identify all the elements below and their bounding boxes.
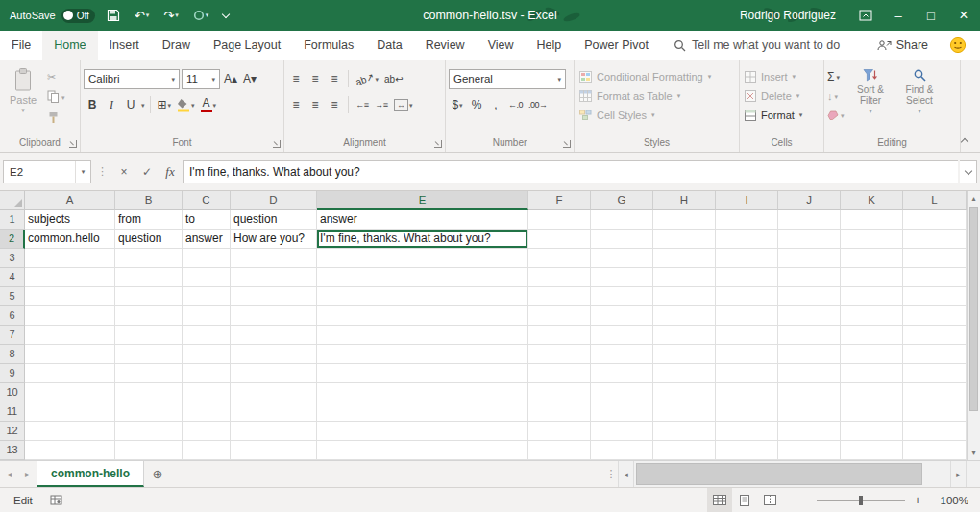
cell-G5[interactable] (591, 287, 653, 306)
cell-B7[interactable] (115, 326, 183, 345)
cell-C13[interactable] (183, 441, 231, 460)
cell-F5[interactable] (528, 287, 591, 306)
tab-data[interactable]: Data (365, 31, 413, 60)
cell-J1[interactable] (778, 210, 841, 230)
cell-C10[interactable] (183, 383, 231, 402)
cell-L5[interactable] (903, 287, 967, 306)
customize-quick-access-button[interactable] (220, 4, 232, 27)
autosave-toggle[interactable]: AutoSave Off (10, 9, 95, 23)
cell-B8[interactable] (115, 345, 183, 364)
row-header-7[interactable]: 7 (0, 326, 25, 345)
row-header-11[interactable]: 11 (0, 402, 25, 422)
cell-D8[interactable] (231, 345, 317, 364)
cell-K8[interactable] (841, 345, 903, 364)
cell-G1[interactable] (591, 210, 653, 230)
cell-C3[interactable] (183, 249, 231, 268)
cell-H6[interactable] (653, 306, 716, 326)
cell-B11[interactable] (115, 402, 183, 422)
cell-G2[interactable] (591, 230, 653, 249)
row-header-10[interactable]: 10 (0, 383, 25, 402)
cell-I6[interactable] (716, 306, 778, 326)
decrease-decimal-button[interactable]: .00→ (527, 95, 550, 115)
formula-input[interactable]: I'm fine, thanks. What about you? (183, 160, 958, 183)
tab-page-layout[interactable]: Page Layout (202, 31, 292, 60)
cell-H11[interactable] (653, 402, 716, 422)
tab-draw[interactable]: Draw (151, 31, 202, 60)
cell-K11[interactable] (841, 402, 903, 422)
cell-D13[interactable] (231, 441, 317, 460)
cell-K10[interactable] (841, 383, 903, 402)
wrap-text-button[interactable]: ab↩ (382, 69, 405, 89)
fill-button[interactable]: ↓▾ (827, 87, 845, 105)
cell-G12[interactable] (591, 422, 653, 441)
column-header-A[interactable]: A (25, 191, 115, 210)
alignment-dialog-launcher[interactable] (434, 140, 442, 148)
underline-button[interactable]: U (122, 95, 139, 115)
column-header-H[interactable]: H (653, 191, 716, 210)
page-layout-view-button[interactable] (732, 488, 757, 512)
cell-K5[interactable] (841, 287, 903, 306)
cell-E10[interactable] (317, 383, 528, 402)
expand-formula-bar-button[interactable] (960, 160, 977, 183)
cell-K12[interactable] (841, 422, 903, 441)
cell-L11[interactable] (903, 402, 967, 422)
cell-F6[interactable] (528, 306, 591, 326)
cell-F1[interactable] (528, 210, 591, 230)
shrink-font-button[interactable]: A▾ (241, 69, 258, 89)
touch-mode-button[interactable]: ▾ (190, 4, 212, 27)
zoom-in-button[interactable]: + (911, 493, 924, 507)
orientation-button[interactable]: ab↗▾ (354, 69, 380, 89)
borders-button[interactable]: ⊞▾ (156, 95, 174, 115)
collapse-ribbon-button[interactable] (957, 134, 972, 147)
cell-I11[interactable] (716, 402, 778, 422)
cell-J11[interactable] (778, 402, 841, 422)
align-bottom-button[interactable]: ≡ (326, 69, 343, 89)
cell-C9[interactable] (183, 364, 231, 383)
column-header-K[interactable]: K (841, 191, 903, 210)
cell-L6[interactable] (903, 306, 967, 326)
font-name-select[interactable]: Calibri ▾ (84, 69, 180, 89)
tab-help[interactable]: Help (526, 31, 574, 60)
cell-A4[interactable] (25, 268, 115, 287)
enter-button[interactable]: ✓ (136, 160, 158, 183)
cell-J12[interactable] (778, 422, 841, 441)
horizontal-scrollbar[interactable] (633, 461, 950, 487)
name-box-dropdown[interactable]: ▾ (75, 161, 90, 183)
cell-B1[interactable]: from (115, 210, 183, 230)
cell-I10[interactable] (716, 383, 778, 402)
cell-C6[interactable] (183, 306, 231, 326)
cell-L7[interactable] (903, 326, 967, 345)
cell-I3[interactable] (716, 249, 778, 268)
delete-cells-button[interactable]: Delete ▾ (743, 86, 821, 105)
number-dialog-launcher[interactable] (563, 140, 571, 148)
cell-H5[interactable] (653, 287, 716, 306)
insert-cells-button[interactable]: Insert ▾ (743, 67, 821, 85)
format-as-table-button[interactable]: Format as Table ▾ (577, 86, 736, 105)
cell-J9[interactable] (778, 364, 841, 383)
cell-J3[interactable] (778, 249, 841, 268)
cell-I9[interactable] (716, 364, 778, 383)
cell-H8[interactable] (653, 345, 716, 364)
cell-L2[interactable] (903, 230, 967, 249)
merge-center-button[interactable]: ↔▾ (392, 95, 415, 115)
sheetbar-grip[interactable]: ⋮ (604, 461, 618, 487)
save-button[interactable] (104, 4, 123, 27)
cell-L13[interactable] (903, 441, 967, 460)
cell-A8[interactable] (25, 345, 115, 364)
cell-G7[interactable] (591, 326, 653, 345)
column-header-F[interactable]: F (528, 191, 591, 210)
horizontal-scrollbar-thumb[interactable] (636, 463, 922, 485)
cell-F10[interactable] (528, 383, 591, 402)
undo-button[interactable]: ↶▾ (132, 4, 152, 27)
align-middle-button[interactable]: ≡ (306, 69, 324, 89)
cell-H4[interactable] (653, 268, 716, 287)
tab-file[interactable]: File (0, 31, 42, 60)
tab-view[interactable]: View (477, 31, 526, 60)
cell-E9[interactable] (317, 364, 528, 383)
tab-home[interactable]: Home (42, 31, 97, 60)
scroll-left-button[interactable]: ◂ (618, 461, 633, 487)
cell-D1[interactable]: question (231, 210, 317, 230)
cell-F11[interactable] (528, 402, 591, 422)
cell-F8[interactable] (528, 345, 591, 364)
cell-J8[interactable] (778, 345, 841, 364)
